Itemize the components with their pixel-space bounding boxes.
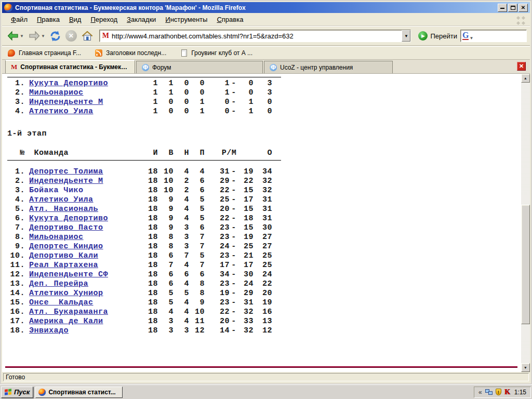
menu-item-закладки[interactable]: Закладки	[122, 14, 161, 25]
tab-3[interactable]: ФUcoZ - центр управления	[264, 61, 393, 73]
menu-item-правка[interactable]: Правка	[32, 14, 64, 25]
team-link[interactable]: Депортиво Кали	[29, 251, 98, 260]
lost-cell: 11	[189, 317, 205, 326]
reload-button[interactable]	[48, 29, 63, 44]
scrollbar-thumb[interactable]	[521, 205, 530, 324]
menu-item-файл[interactable]: Файл	[6, 14, 32, 25]
tab-2[interactable]: ФФорум	[136, 61, 263, 73]
goals-against-cell: 32	[238, 308, 254, 317]
team-cell: Кукута Депортиво	[29, 79, 142, 88]
scroll-up-button[interactable]: ▲	[521, 74, 530, 83]
tray-chevron-icon[interactable]: «	[478, 389, 482, 396]
close-button[interactable]: ✕	[518, 4, 528, 12]
drawn-cell: 0	[174, 107, 189, 116]
bookmark-item[interactable]: Заголовки последн...	[95, 49, 166, 57]
forward-arrow-icon	[28, 30, 41, 42]
goals-against-cell: 21	[238, 251, 254, 261]
team-link[interactable]: Мильонариос	[29, 88, 84, 97]
scroll-down-button[interactable]: ▼	[521, 363, 530, 372]
vertical-scrollbar[interactable]: ▲ ▼	[521, 74, 530, 372]
team-link[interactable]: Депортиво Пасто	[29, 223, 103, 232]
lost-cell: 8	[189, 289, 205, 298]
rank-cell: 6.	[6, 214, 25, 223]
points-cell: 27	[254, 242, 272, 251]
team-cell: Реал Картахена	[29, 261, 142, 270]
taskbar-app-button[interactable]: Спортивная статист...	[35, 387, 123, 398]
home-button[interactable]	[79, 28, 95, 44]
points-cell: 22	[254, 280, 272, 289]
won-cell: 10	[158, 177, 174, 186]
team-link[interactable]: Мильонариос	[29, 233, 84, 242]
rank-cell: 14.	[6, 289, 25, 298]
team-link[interactable]: Атлетико Хуниор	[29, 289, 103, 298]
menu-item-переход[interactable]: Переход	[86, 14, 122, 25]
forward-button[interactable]: ▼	[26, 28, 47, 44]
menu-item-справка[interactable]: Справка	[212, 14, 248, 25]
kaspersky-icon[interactable]: K	[504, 388, 510, 396]
header-cell: Н	[174, 149, 189, 158]
team-link[interactable]: Энвихадо	[29, 326, 69, 335]
back-button[interactable]: ▼	[5, 28, 25, 44]
rank-cell: 4.	[6, 195, 25, 205]
bookmark-item[interactable]: Главная страница F...	[7, 49, 81, 57]
table-rule-partial	[7, 77, 281, 77]
team-link[interactable]: Кукута Депортиво	[29, 79, 108, 88]
bookmark-item[interactable]: Гроувинг клуб от А ...	[180, 49, 252, 57]
browser-window: Спортивная статистика - Букмекерская кон…	[0, 0, 532, 384]
team-link[interactable]: Америка де Кали	[29, 317, 103, 326]
go-button[interactable]: ▶ Перейти	[415, 30, 460, 42]
header-cell: №	[6, 149, 25, 158]
table-row: 13.Деп. Перейра1864823-2422	[6, 280, 521, 289]
security-shield-icon[interactable]: !	[496, 389, 501, 395]
search-box: G ▼	[460, 30, 527, 42]
stop-button[interactable]: ✕	[64, 29, 78, 43]
lost-cell: 9	[189, 298, 205, 308]
maximize-button[interactable]	[508, 4, 517, 12]
table-row: 6.Кукута Депортиво1894522-1831	[6, 214, 521, 223]
drawn-cell: 4	[174, 195, 189, 205]
table-row: 3.Индепендьенте М10010-10	[6, 98, 521, 107]
team-link[interactable]: Кукута Депортиво	[29, 214, 108, 223]
menu-item-инструменты[interactable]: Инструменты	[161, 14, 212, 25]
team-link[interactable]: Депортес Киндио	[29, 242, 103, 251]
team-link[interactable]: Атлетико Уила	[29, 107, 94, 116]
drawn-cell: 0	[174, 79, 189, 88]
team-link[interactable]: Онсе Кальдас	[29, 298, 94, 307]
search-input[interactable]	[473, 32, 525, 40]
team-link[interactable]: Индепендьенте М	[29, 98, 103, 107]
menu-item-вид[interactable]: Вид	[64, 14, 86, 25]
team-link[interactable]: Депортес Толима	[29, 167, 103, 176]
tab-1[interactable]: MСпортивная статистика - Букмекер...	[5, 60, 135, 73]
goals-against-cell: 29	[238, 289, 254, 298]
won-cell: 1	[158, 88, 174, 98]
goals-against-cell: 19	[238, 233, 254, 242]
team-cell: Атлетико Уила	[29, 107, 142, 116]
goals-dash: -	[230, 233, 238, 242]
goals-against-cell: 0	[238, 88, 254, 98]
won-cell: 6	[158, 280, 174, 289]
lost-cell: 8	[189, 280, 205, 289]
search-engine-dropdown[interactable]: ▼	[469, 36, 473, 41]
team-link[interactable]: Индепендьенте СФ	[29, 270, 108, 279]
stop-icon: ✕	[65, 30, 77, 42]
tab-close-button[interactable]: ✕	[517, 62, 526, 71]
rank-cell: 17.	[6, 317, 25, 326]
won-cell: 1	[158, 79, 174, 88]
url-input[interactable]	[112, 31, 402, 41]
network-icon[interactable]	[485, 389, 493, 395]
team-link[interactable]: Индепендьенте М	[29, 177, 103, 185]
site-favicon: M	[100, 32, 112, 40]
team-link[interactable]: Атл. Букараманга	[29, 308, 108, 316]
table-row: 9.Депортес Киндио1883724-2527	[6, 242, 521, 251]
team-link[interactable]: Реал Картахена	[29, 261, 98, 270]
start-button[interactable]: Пуск	[1, 387, 33, 398]
standings-table-stage1: 1.Депортес Толима18104431-19342.Индепенд…	[6, 167, 521, 336]
url-dropdown-button[interactable]: ▼	[402, 30, 410, 42]
lost-cell: 5	[189, 214, 205, 223]
team-link[interactable]: Атлетико Уила	[29, 195, 94, 204]
goals-for-cell: 22	[205, 214, 230, 223]
team-link[interactable]: Атл. Насиональ	[29, 205, 98, 214]
team-link[interactable]: Деп. Перейра	[29, 280, 88, 288]
minimize-button[interactable]	[498, 4, 507, 12]
goals-for-cell: 1	[205, 88, 230, 98]
